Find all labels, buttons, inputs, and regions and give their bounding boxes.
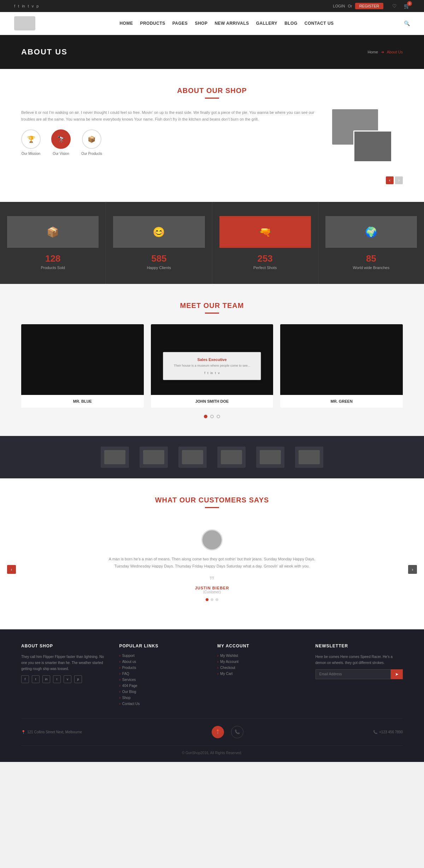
brand-img-5	[260, 450, 281, 464]
mission-icon[interactable]: 🏆	[21, 129, 41, 149]
footer-email-submit-button[interactable]: ➤	[391, 669, 403, 679]
phone-icon: 📞	[373, 730, 377, 734]
brand-img-1	[104, 450, 125, 464]
footer-phone: 📞 +123 456 7890	[373, 730, 403, 734]
team-tumblr-icon[interactable]: t	[215, 371, 216, 374]
footer-social-icons: f t in t v p	[21, 675, 109, 683]
logo-area	[14, 16, 35, 30]
facebook-icon-top[interactable]: f	[14, 4, 15, 8]
next-arrow-button[interactable]: ›	[395, 176, 403, 184]
footer-twitter-icon[interactable]: t	[32, 675, 40, 683]
nav-products[interactable]: PRODUCTS	[140, 21, 165, 26]
social-icons-top: f t in t v p	[14, 4, 39, 8]
wishlist-icon[interactable]: ♡	[392, 3, 397, 9]
login-link[interactable]: LOGIN	[333, 4, 345, 8]
breadcrumb-arrow-icon: ➜	[381, 50, 384, 54]
footer-link-checkout[interactable]: Checkout	[217, 666, 305, 670]
brand-logo-3	[178, 447, 207, 468]
footer-link-my-account[interactable]: My Account	[217, 660, 305, 664]
breadcrumb-home[interactable]: Home	[367, 50, 378, 54]
footer-newsletter-form: ➤	[316, 669, 403, 679]
footer-facebook-icon[interactable]: f	[21, 675, 29, 683]
nav-blog[interactable]: BLOG	[284, 21, 298, 26]
footer-link-support[interactable]: Support	[119, 654, 207, 658]
instagram-icon-top[interactable]: in	[22, 4, 25, 8]
footer-popular-links: Support About us Products FAQ Services 4…	[119, 654, 207, 706]
footer-about-text: They call him Flipper Flipper faster tha…	[21, 654, 109, 672]
search-icon[interactable]: 🔍	[404, 21, 410, 26]
nav-contact[interactable]: CONTACT US	[305, 21, 334, 26]
team-carousel-dots	[21, 415, 403, 418]
dot-3[interactable]	[217, 415, 220, 418]
tumblr-icon-top[interactable]: t	[28, 4, 29, 8]
nav-pages[interactable]: PAGES	[172, 21, 188, 26]
nav-home[interactable]: HOME	[119, 21, 133, 26]
footer-instagram-icon[interactable]: in	[42, 675, 50, 683]
hero-banner: ABOUT US Home ➜ About Us	[0, 35, 424, 69]
testimonial-prev-button[interactable]: ‹	[7, 565, 16, 574]
footer-icon-phone[interactable]: 📞	[231, 726, 243, 738]
breadcrumb: Home ➜ About Us	[367, 50, 403, 54]
nav-gallery[interactable]: GALLERY	[256, 21, 277, 26]
team-instagram-icon[interactable]: in	[210, 371, 213, 374]
footer-grid: ABOUT SHOP They call him Flipper Flipper…	[21, 643, 403, 708]
team-overlay-title: Sales Executive	[170, 357, 254, 362]
footer-link-cart[interactable]: My Cart	[217, 672, 305, 676]
footer-link-services[interactable]: Services	[119, 678, 207, 682]
t-dot-2[interactable]	[211, 598, 213, 601]
footer-vimeo-icon[interactable]: v	[64, 675, 71, 683]
footer-popular-col: POPULAR LINKS Support About us Products …	[119, 643, 207, 708]
t-dot-3[interactable]	[216, 598, 218, 601]
prev-arrow-button[interactable]: ‹	[386, 176, 394, 184]
products-item: 📦 Our Products	[81, 129, 102, 156]
dot-1[interactable]	[204, 415, 207, 418]
register-button[interactable]: REGISTER	[355, 3, 383, 9]
footer-pinterest-icon[interactable]: p	[74, 675, 82, 683]
footer-link-about[interactable]: About us	[119, 660, 207, 664]
about-shop-right: ‹ ›	[332, 109, 403, 184]
twitter-icon-top[interactable]: t	[18, 4, 19, 8]
footer-link-shop[interactable]: Shop	[119, 696, 207, 700]
footer-email-input[interactable]	[316, 669, 391, 679]
products-icon[interactable]: 📦	[82, 129, 101, 149]
nav-shop[interactable]: SHOP	[195, 21, 207, 26]
cart-icon[interactable]: 🛒 0	[404, 3, 410, 9]
team-card-blue: Mr. Blue	[21, 324, 144, 408]
team-title-underline	[205, 313, 219, 314]
footer-link-404[interactable]: 404 Page	[119, 684, 207, 688]
footer-link-faq[interactable]: FAQ	[119, 672, 207, 676]
footer-address: 📍 121 Collins Street Next, Melbourne	[21, 730, 82, 734]
footer-link-contact[interactable]: Contact Us	[119, 702, 207, 706]
t-dot-1[interactable]	[206, 598, 208, 601]
team-twitter-icon[interactable]: t	[207, 371, 208, 374]
team-facebook-icon[interactable]: f	[204, 371, 205, 374]
vimeo-icon-top[interactable]: v	[32, 4, 34, 8]
footer-link-blog[interactable]: Our Blog	[119, 690, 207, 694]
stat-branches: 🌍 85 World wide Branches	[318, 202, 424, 284]
nav-new-arrivals[interactable]: NEW ARRIVALS	[214, 21, 249, 26]
image-stack	[332, 109, 403, 173]
stat-happy-clients-icon: 😊	[113, 216, 205, 248]
brand-img-2	[143, 450, 164, 464]
team-overlay-text: Their house is a museum where people com…	[170, 363, 254, 368]
vision-icon[interactable]: 🔭	[51, 129, 71, 149]
stat-perfect-shots-label: Perfect Shots	[253, 266, 277, 270]
pinterest-icon-top[interactable]: p	[36, 4, 39, 8]
footer-link-products[interactable]: Products	[119, 666, 207, 670]
footer-icon-map[interactable]: 📍	[212, 726, 224, 738]
footer-tumblr-icon[interactable]: t	[53, 675, 61, 683]
brand-img-3	[182, 450, 203, 464]
testimonial-next-button[interactable]: ›	[408, 565, 417, 574]
dot-2[interactable]	[210, 415, 214, 418]
footer-newsletter-title: NEWSLETTER	[316, 643, 403, 648]
logo[interactable]	[14, 16, 35, 30]
stat-branches-label: World wide Branches	[353, 266, 390, 270]
brand-logo-4	[217, 447, 246, 468]
stat-branches-icon: 🌍	[325, 216, 417, 248]
stat-branches-number: 85	[366, 253, 376, 264]
team-vimeo-icon[interactable]: v	[218, 371, 220, 374]
footer-link-wishlist[interactable]: My Wishlist	[217, 654, 305, 658]
about-shop-section: ABOUT OUR SHOP Believe it or not I'm wal…	[0, 69, 424, 202]
vision-label: Our Vision	[51, 152, 71, 156]
brand-img-4	[221, 450, 242, 464]
